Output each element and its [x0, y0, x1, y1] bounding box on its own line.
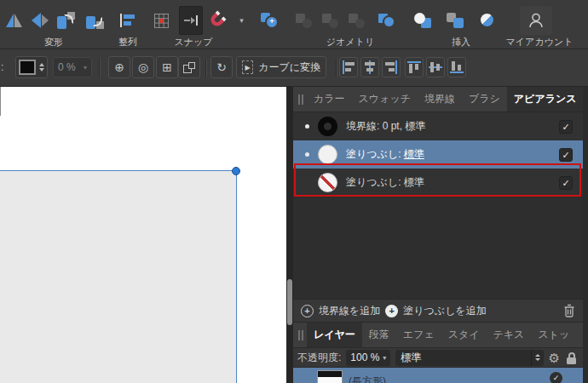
- document-canvas[interactable]: [0, 87, 286, 383]
- geometry-divide-button[interactable]: [345, 6, 368, 35]
- toolbar-group-label-insert: 挿入: [452, 36, 470, 49]
- blend-mode-stepper[interactable]: [531, 350, 544, 366]
- blend-mode-link[interactable]: 標準: [404, 148, 424, 160]
- corner-selection-handle[interactable]: [232, 167, 240, 175]
- transform-objects-button[interactable]: ⊞: [156, 56, 178, 78]
- tab-character[interactable]: 文字: [576, 323, 583, 347]
- move-by-whole-pixels-button[interactable]: [179, 6, 203, 35]
- enable-transform-origin-button[interactable]: ↻: [210, 56, 233, 78]
- align-left-button[interactable]: [339, 57, 358, 77]
- align-bottom-icon: [450, 60, 464, 74]
- selected-rectangle-shape[interactable]: [0, 170, 237, 383]
- transform-mode-button[interactable]: [178, 56, 200, 78]
- boolean-add-button[interactable]: +: [258, 6, 281, 35]
- separator: [205, 60, 207, 77]
- appearance-rows: 境界線: 0 pt, 標準 ✓ 塗りつぶし: 標準 ✓ 塗りつぶし: 標準 ✓: [293, 112, 583, 197]
- align-bottom-button[interactable]: [447, 57, 466, 77]
- alignment-button[interactable]: [116, 6, 139, 35]
- my-account-button[interactable]: [520, 6, 552, 35]
- no-fill-row-label: 塗りつぶし: 標準: [346, 175, 424, 190]
- panel-grip-handle[interactable]: [293, 323, 307, 347]
- play-icon: ▶: [242, 60, 253, 74]
- geometry-subtract-button[interactable]: [292, 6, 315, 35]
- appearance-row-fill-selected[interactable]: 塗りつぶし: 標準 ✓: [293, 140, 583, 169]
- fill-visibility-checkbox[interactable]: ✓: [559, 148, 573, 162]
- swatch-stepper[interactable]: [39, 63, 44, 71]
- align-left-icon: [342, 60, 355, 74]
- hide-selection-button[interactable]: ◎: [132, 56, 154, 78]
- fill-swatch-circle[interactable]: [318, 145, 337, 164]
- no-fill-swatch-circle[interactable]: [318, 173, 337, 192]
- align-middle-vertical-icon: [429, 60, 442, 74]
- add-stroke-plus-icon[interactable]: +: [301, 305, 314, 317]
- trash-icon[interactable]: [563, 304, 575, 317]
- geometry-divide-icon: [349, 14, 366, 28]
- canvas-scrollbar-thumb[interactable]: [287, 279, 292, 325]
- geometry-intersect-button[interactable]: [319, 6, 342, 35]
- insert-behind-button[interactable]: [443, 6, 466, 35]
- tab-styles[interactable]: スタイ: [441, 323, 487, 347]
- tab-paragraph[interactable]: 段落: [362, 323, 396, 347]
- layers-options-row: 不透明度: 100 % ▾ 標準 ⚙: [293, 348, 583, 368]
- insert-behind-icon: [447, 13, 464, 28]
- boolean-add-icon: +: [261, 13, 279, 29]
- stroke-row-label: 境界線: 0 pt, 標準: [346, 119, 425, 134]
- free-transform-icon: [183, 62, 195, 73]
- tab-stroke[interactable]: 境界線: [418, 87, 462, 111]
- context-toolbar: : 0 % ▾ ⊕ ◎ ⊞ ↻ ▶ カーブに変換: [0, 49, 588, 87]
- layer-visibility-check[interactable]: ✓: [550, 372, 562, 383]
- grid-icon: [154, 14, 169, 28]
- flip-vertical-icon: [32, 13, 49, 28]
- layer-row-selected[interactable]: (長方形) ✓: [293, 368, 583, 383]
- lock-icon[interactable]: [567, 357, 576, 364]
- tab-appearance-active[interactable]: アピアランス: [507, 87, 583, 111]
- align-right-icon: [384, 60, 398, 74]
- add-stroke-button[interactable]: 境界線を追加: [319, 304, 380, 318]
- stroke-swatch-circle[interactable]: [318, 117, 337, 136]
- rotate-ccw-button[interactable]: [54, 6, 77, 35]
- insert-replace-button[interactable]: [411, 6, 434, 35]
- snapping-toggle-button[interactable]: [205, 6, 228, 35]
- align-right-button[interactable]: [382, 57, 401, 77]
- insert-inside-button[interactable]: [476, 6, 499, 35]
- show-rotation-center-button[interactable]: ⊕: [108, 56, 130, 78]
- tab-stock[interactable]: ストッ: [531, 323, 576, 347]
- add-fill-button[interactable]: 塗りつぶしを追加: [403, 304, 486, 318]
- convert-to-curves-button[interactable]: ▶ カーブに変換: [236, 56, 326, 78]
- tab-swatches[interactable]: スウォッチ: [352, 87, 418, 111]
- tab-layers-active[interactable]: レイヤー: [307, 323, 362, 347]
- grid-options-button[interactable]: [150, 6, 173, 35]
- gear-icon[interactable]: ⚙: [549, 352, 560, 364]
- rotate-cw-button[interactable]: [83, 6, 106, 35]
- blend-mode-dropdown[interactable]: 標準: [395, 350, 543, 366]
- align-middle-vertical-button[interactable]: [426, 57, 445, 77]
- align-top-button[interactable]: [405, 57, 424, 77]
- appearance-row-stroke[interactable]: 境界線: 0 pt, 標準 ✓: [293, 112, 583, 140]
- stroke-color-swatch-control[interactable]: [15, 56, 48, 78]
- geometry-union-button[interactable]: [375, 6, 398, 35]
- tab-brush[interactable]: ブラシ: [462, 87, 507, 111]
- canvas-scrollbar-track[interactable]: [286, 87, 293, 383]
- tab-effects[interactable]: エフェ: [396, 323, 441, 347]
- snapping-options-dropdown[interactable]: ▾: [236, 6, 247, 35]
- stroke-opacity-dropdown[interactable]: 0 % ▾: [53, 57, 92, 77]
- layer-thumbnail[interactable]: [317, 370, 343, 383]
- toolbar-group-label-account: マイアカウント: [506, 36, 574, 49]
- add-fill-plus-icon[interactable]: +: [385, 305, 398, 317]
- flip-vertical-button[interactable]: [28, 6, 51, 35]
- align-center-horizontal-button[interactable]: [360, 57, 379, 77]
- appearance-row-fill-none[interactable]: 塗りつぶし: 標準 ✓: [293, 169, 583, 197]
- tab-text[interactable]: テキス: [487, 323, 532, 347]
- geometry-intersect-icon: [322, 14, 339, 28]
- stroke-color-swatch: [19, 60, 36, 75]
- flip-horizontal-button[interactable]: [3, 6, 26, 35]
- chevron-down-icon: ▾: [84, 64, 87, 71]
- panel-grip-handle[interactable]: [293, 87, 307, 111]
- blend-mode-value: 標準: [401, 351, 421, 365]
- stroke-visibility-checkbox[interactable]: ✓: [559, 120, 573, 134]
- no-fill-visibility-checkbox[interactable]: ✓: [559, 176, 573, 190]
- opacity-dropdown[interactable]: 100 % ▾: [346, 350, 390, 366]
- tab-color[interactable]: カラー: [307, 87, 352, 111]
- page-edge-line: [0, 87, 1, 116]
- toolbar-group-label-transform: 変形: [44, 36, 63, 49]
